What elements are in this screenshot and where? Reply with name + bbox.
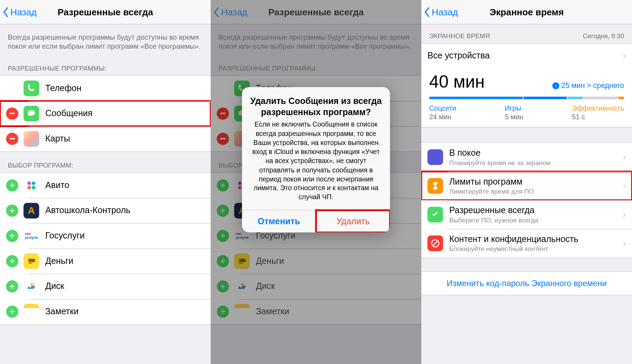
app-label: Заметки xyxy=(256,307,289,317)
money-icon xyxy=(24,253,39,269)
add-button[interactable] xyxy=(217,204,229,217)
app-label: Заметки xyxy=(45,307,79,317)
change-passcode-link[interactable]: Изменить код-пароль Экранного времени xyxy=(421,271,632,296)
chevron-right-icon: › xyxy=(623,238,626,249)
setting-subtitle: Выберите ПО, нужное всегда xyxy=(449,216,623,224)
setting-row[interactable]: Лимиты программЛимитируйте время для ПО› xyxy=(421,171,632,200)
back-button[interactable]: Назад xyxy=(0,7,37,17)
usage-category: Эффективность51 с xyxy=(572,104,624,121)
add-button[interactable] xyxy=(6,255,18,267)
app-row[interactable]: Карты xyxy=(0,126,211,152)
remove-button[interactable] xyxy=(217,132,229,145)
back-button[interactable]: Назад xyxy=(421,7,458,17)
setting-title: Лимиты программ xyxy=(449,177,623,187)
app-label: Автошкола-Контроль xyxy=(45,205,130,216)
remove-button[interactable] xyxy=(6,107,18,120)
usage-category: Соцсети24 мин xyxy=(429,104,456,121)
category-value: 5 мин xyxy=(505,113,523,121)
usage-block[interactable]: 40 мин ↑ 25 мин > среднего Соцсети24 мин… xyxy=(421,67,632,128)
setting-row[interactable]: Контент и конфиденциальностьБлокируйте н… xyxy=(421,229,632,258)
category-value: 51 с xyxy=(572,113,624,121)
add-button[interactable] xyxy=(6,230,18,242)
maps-icon xyxy=(24,131,39,146)
category-name: Игры xyxy=(505,104,523,112)
pane-allowed-always-dimmed: Назад Разрешенные всегда Всегда разрешен… xyxy=(211,0,421,364)
section-header-allowed: РАЗРЕШЕННЫЕ ПРОГРАММЫ: xyxy=(0,55,211,75)
notes-icon xyxy=(24,304,39,319)
chevron-right-icon: › xyxy=(623,180,626,192)
setting-subtitle: Планируйте время не за экраном xyxy=(449,159,623,166)
setting-title: В покое xyxy=(449,148,623,158)
app-row[interactable]: Деньги xyxy=(211,248,421,274)
app-row[interactable]: Заметки xyxy=(211,299,421,324)
check-icon xyxy=(428,207,443,223)
devices-row[interactable]: Все устройства › xyxy=(421,43,632,67)
add-button[interactable] xyxy=(217,230,229,242)
msg-icon xyxy=(24,106,39,121)
remove-button[interactable] xyxy=(6,132,18,145)
usage-bar xyxy=(429,97,624,99)
section-header-choose: ВЫБОР ПРОГРАММ: xyxy=(0,152,211,172)
add-button[interactable] xyxy=(6,179,18,191)
section-header-usage: ЭКРАННОЕ ВРЕМЯ xyxy=(429,32,490,40)
setting-row[interactable]: Разрешенные всегдаВыберите ПО, нужное вс… xyxy=(421,200,632,229)
alert-buttons: Отменить Удалить xyxy=(242,210,390,233)
chevron-left-icon xyxy=(3,7,9,17)
add-button[interactable] xyxy=(6,305,18,317)
add-button[interactable] xyxy=(6,280,18,292)
setting-row[interactable]: В покоеПланируйте время не за экраном› xyxy=(421,143,632,172)
app-label: Телефон xyxy=(45,83,81,93)
app-row[interactable]: Сообщения xyxy=(0,101,211,126)
category-name: Соцсети xyxy=(429,104,456,112)
app-label: Сообщения xyxy=(45,108,92,119)
add-button[interactable] xyxy=(217,305,229,317)
app-row[interactable]: Диск xyxy=(0,274,211,299)
pane-screen-time: Назад Экранное время ЭКРАННОЕ ВРЕМЯ Сего… xyxy=(421,0,632,364)
drive-icon xyxy=(24,278,39,294)
description-text: Всегда разрешенные программы будут досту… xyxy=(211,24,421,55)
setting-subtitle: Блокируйте неуместный контент xyxy=(449,245,623,252)
app-row[interactable]: госуслугиГосуслуги xyxy=(0,223,211,249)
app-row[interactable]: Диск xyxy=(211,274,421,299)
back-label: Назад xyxy=(10,7,37,17)
usage-header: ЭКРАННОЕ ВРЕМЯ Сегодня, 8:30 xyxy=(421,24,632,43)
add-button[interactable] xyxy=(217,255,229,267)
app-row[interactable]: Телефон xyxy=(0,75,211,101)
remove-button[interactable] xyxy=(217,107,229,120)
usage-category: Игры5 мин xyxy=(505,104,523,121)
app-row[interactable]: Заметки xyxy=(0,299,211,324)
cancel-button[interactable]: Отменить xyxy=(242,210,316,233)
devices-label: Все устройства xyxy=(428,50,490,60)
A-icon: A xyxy=(24,203,39,218)
app-label: Госуслуги xyxy=(45,231,84,241)
app-row[interactable]: Авито xyxy=(0,173,211,198)
app-label: Авито xyxy=(45,180,69,190)
app-label: Карты xyxy=(45,134,70,144)
trend-label: 25 мин > среднего xyxy=(561,81,624,90)
alert-title: Удалить Сообщения из всегда разрешенных … xyxy=(242,87,390,120)
chevron-left-icon xyxy=(213,7,220,17)
add-button[interactable] xyxy=(217,280,229,292)
confirm-dialog: Удалить Сообщения из всегда разрешенных … xyxy=(242,87,390,233)
setting-subtitle: Лимитируйте время для ПО xyxy=(449,188,623,195)
app-label: Деньги xyxy=(256,256,284,266)
usage-categories: Соцсети24 минИгры5 минЭффективность51 с xyxy=(429,104,624,121)
chevron-left-icon xyxy=(424,7,430,17)
add-button[interactable] xyxy=(217,179,229,191)
app-label: Деньги xyxy=(45,256,73,266)
block-icon xyxy=(428,235,443,251)
notes-icon xyxy=(234,304,250,319)
chevron-right-icon: › xyxy=(623,152,626,163)
allowed-apps-list: ТелефонСообщенияКарты xyxy=(0,75,211,152)
svg-line-1 xyxy=(433,241,438,246)
delete-button[interactable]: Удалить xyxy=(316,210,390,233)
choose-apps-list: АвитоAАвтошкола-КонтрольгосуслугиГосуслу… xyxy=(0,172,211,324)
navbar: Назад Экранное время xyxy=(421,0,632,24)
add-button[interactable] xyxy=(6,204,18,217)
setting-title: Разрешенные всегда xyxy=(449,205,623,216)
total-time: 40 мин xyxy=(429,72,485,91)
app-row[interactable]: Деньги xyxy=(0,248,211,274)
app-row[interactable]: AАвтошкола-Контроль xyxy=(0,198,211,223)
alert-body: Если не включить Сообщения в список всег… xyxy=(242,120,390,210)
moon-icon xyxy=(428,149,443,165)
